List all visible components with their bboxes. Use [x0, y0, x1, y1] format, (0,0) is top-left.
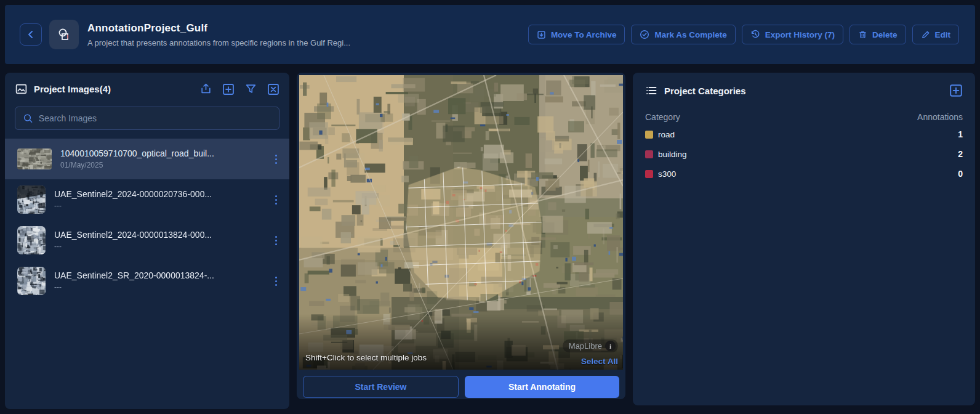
annotation-shapes-icon	[56, 26, 72, 43]
start-review-button[interactable]: Start Review	[303, 376, 459, 398]
add-category-button[interactable]	[949, 84, 963, 97]
category-color-swatch	[645, 150, 653, 158]
annotation-count: 1	[958, 129, 963, 139]
project-header: AnnotationProject_Gulf A project that pr…	[5, 5, 975, 64]
image-thumbnail	[17, 226, 46, 254]
categories-table-header: Category Annotations	[633, 104, 975, 124]
upload-image-button[interactable]	[200, 83, 212, 95]
image-name: UAE_Sentinel2_SR_2020-0000013824-...	[54, 270, 271, 280]
search-icon	[23, 113, 33, 124]
map-panel: Shift+Click to select multiple jobs MapL…	[297, 73, 625, 399]
image-date: 01/May/2025	[60, 161, 271, 169]
project-images-panel: Project Images(4)	[5, 73, 289, 409]
image-date: ---	[54, 201, 271, 210]
category-color-swatch	[645, 170, 653, 178]
move-to-archive-label: Move To Archive	[551, 30, 617, 39]
start-annotating-button[interactable]: Start Annotating	[465, 376, 619, 398]
category-column-label: Category	[645, 112, 680, 122]
image-date: ---	[54, 283, 271, 291]
upload-icon	[200, 83, 212, 95]
page-title: AnnotationProject_Gulf	[87, 22, 350, 34]
category-name: building	[658, 150, 687, 159]
categories-header: Project Categories	[633, 73, 975, 104]
history-icon	[750, 30, 760, 39]
clear-selection-button[interactable]	[267, 83, 279, 95]
project-images-actions	[200, 83, 279, 95]
map-viewport[interactable]: Shift+Click to select multiple jobs MapL…	[299, 75, 623, 370]
plus-square-icon	[222, 83, 235, 95]
header-titles: AnnotationProject_Gulf A project that pr…	[87, 22, 350, 47]
image-thumbnail	[17, 185, 46, 214]
image-name: 1040010059710700_optical_road_buil...	[60, 148, 271, 158]
image-name: UAE_Sentinel2_2024-0000013824-000...	[54, 230, 271, 240]
search-images-box	[15, 107, 279, 130]
move-to-archive-button[interactable]: Move To Archive	[528, 25, 625, 44]
delete-label: Delete	[872, 30, 898, 39]
project-type-icon	[49, 20, 79, 49]
search-images-input[interactable]	[39, 113, 271, 123]
annotations-column-label: Annotations	[917, 112, 963, 122]
list-icon	[645, 84, 657, 97]
categories-title: Project Categories	[664, 86, 746, 96]
multi-select-hint: Shift+Click to select multiple jobs	[305, 353, 427, 362]
image-icon	[15, 83, 28, 95]
image-name: UAE_Sentinel2_2024-0000020736-000...	[54, 189, 271, 199]
map-attribution: MapLibre i	[563, 339, 618, 352]
image-date: ---	[54, 242, 271, 251]
image-thumbnail	[17, 267, 46, 295]
category-row[interactable]: building 2	[633, 144, 975, 164]
category-row[interactable]: road 1	[633, 124, 975, 144]
delete-button[interactable]: Delete	[849, 25, 906, 44]
project-categories-panel: Project Categories Category Annotations …	[633, 73, 975, 405]
info-icon[interactable]: i	[605, 341, 616, 351]
trash-icon	[858, 30, 867, 39]
project-description: A project that presents annotations from…	[87, 38, 350, 47]
category-color-swatch	[645, 131, 653, 139]
back-button[interactable]	[20, 23, 42, 46]
annotation-count: 2	[958, 149, 963, 159]
image-meta: UAE_Sentinel2_2024-0000020736-000... ---	[54, 189, 271, 210]
image-menu-button[interactable]	[271, 152, 281, 166]
image-meta: 1040010059710700_optical_road_buil... 01…	[60, 148, 271, 169]
pencil-icon	[921, 30, 930, 39]
select-all-link[interactable]: Select All	[581, 357, 618, 366]
mark-as-complete-label: Mark As Complete	[654, 30, 726, 39]
x-square-icon	[267, 83, 279, 95]
chevron-left-icon	[26, 30, 35, 39]
edit-label: Edit	[935, 30, 951, 39]
maplibre-label[interactable]: MapLibre	[569, 341, 602, 351]
category-row[interactable]: s300 0	[633, 164, 975, 184]
image-menu-button[interactable]	[271, 274, 281, 288]
annotation-count: 0	[958, 169, 963, 179]
mark-as-complete-button[interactable]: Mark As Complete	[631, 25, 735, 44]
image-thumbnail	[17, 148, 52, 169]
category-name: road	[658, 130, 675, 139]
image-list-item[interactable]: 1040010059710700_optical_road_buil... 01…	[5, 139, 289, 179]
map-action-bar: Start Review Start Annotating	[299, 370, 623, 404]
image-menu-button[interactable]	[271, 233, 281, 248]
project-images-title: Project Images(4)	[34, 84, 111, 94]
filter-icon	[245, 83, 257, 95]
filter-images-button[interactable]	[245, 83, 257, 95]
export-history-button[interactable]: Export History (7)	[742, 25, 843, 44]
export-history-label: Export History (7)	[765, 30, 835, 39]
check-circle-icon	[640, 30, 649, 39]
image-list-item[interactable]: UAE_Sentinel2_2024-0000013824-000... ---	[5, 220, 289, 261]
add-image-button[interactable]	[222, 83, 235, 95]
image-meta: UAE_Sentinel2_2024-0000013824-000... ---	[54, 230, 271, 251]
plus-square-icon	[949, 84, 963, 97]
category-name: s300	[658, 169, 676, 179]
image-list-item[interactable]: UAE_Sentinel2_SR_2020-0000013824-... ---	[5, 261, 289, 301]
image-list-item[interactable]: UAE_Sentinel2_2024-0000020736-000... ---	[5, 179, 289, 220]
project-images-header: Project Images(4)	[5, 73, 289, 100]
header-actions: Move To Archive Mark As Complete Export …	[528, 25, 959, 44]
archive-icon	[537, 30, 546, 39]
image-meta: UAE_Sentinel2_SR_2020-0000013824-... ---	[54, 270, 271, 291]
image-menu-button[interactable]	[271, 193, 281, 207]
edit-button[interactable]: Edit	[912, 25, 960, 44]
